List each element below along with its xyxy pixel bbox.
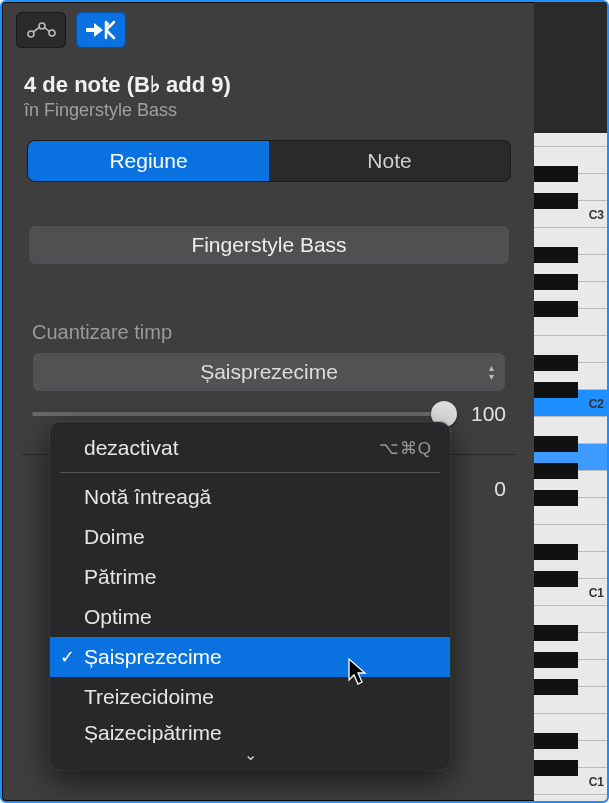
menu-separator bbox=[60, 472, 440, 473]
main-column: 4 de note (B♭ add 9) în Fingerstyle Bass… bbox=[2, 2, 536, 801]
piano-octave-label: C1 bbox=[589, 586, 604, 600]
piano-black-key[interactable] bbox=[534, 760, 578, 776]
quantize-strength-slider[interactable] bbox=[32, 412, 444, 416]
quantize-menu-quarter[interactable]: Pătrime bbox=[50, 557, 450, 597]
piano-black-key[interactable] bbox=[534, 679, 578, 695]
menu-scroll-down-icon[interactable]: ⌄ bbox=[50, 743, 450, 770]
quantize-strength-row: 100 bbox=[2, 392, 536, 426]
piano-black-key[interactable] bbox=[534, 247, 578, 263]
menu-item-label: Optime bbox=[84, 605, 152, 629]
tab-segmented-control: Regiune Note bbox=[2, 129, 536, 181]
piano-white-key[interactable] bbox=[534, 795, 607, 803]
menu-item-label: Șaisprezecime bbox=[84, 645, 222, 669]
tab-region[interactable]: Regiune bbox=[28, 141, 269, 181]
menu-item-label: Pătrime bbox=[84, 565, 156, 589]
piano-black-key[interactable] bbox=[534, 382, 578, 398]
piano-octave-label: C1 bbox=[589, 775, 604, 789]
piano-top-mask bbox=[534, 2, 607, 147]
automation-toggle-button[interactable] bbox=[16, 12, 66, 48]
automation-icon bbox=[26, 21, 56, 39]
piano-octave-label: C3 bbox=[589, 208, 604, 222]
menu-item-label: dezactivat bbox=[84, 436, 179, 460]
piano-black-key[interactable] bbox=[534, 436, 578, 452]
midi-in-icon bbox=[84, 20, 118, 40]
region-name-field[interactable]: Fingerstyle Bass bbox=[28, 225, 510, 265]
region-subtitle: în Fingerstyle Bass bbox=[24, 100, 514, 121]
quantize-label: Cuantizare timp bbox=[2, 265, 536, 352]
piano-ruler[interactable]: C3C2C1C1 bbox=[534, 2, 607, 801]
quantize-menu-sixtyfourth[interactable]: Șaizecipătrime bbox=[50, 717, 450, 743]
svg-point-3 bbox=[105, 22, 109, 26]
region-title: 4 de note (B♭ add 9) bbox=[24, 72, 514, 98]
title-block: 4 de note (B♭ add 9) în Fingerstyle Bass bbox=[2, 48, 536, 129]
quantize-menu-whole[interactable]: Notă întreagă bbox=[50, 477, 450, 517]
inspector-panel: 4 de note (B♭ add 9) în Fingerstyle Bass… bbox=[0, 0, 609, 803]
quantize-menu-eighth[interactable]: Optime bbox=[50, 597, 450, 637]
quantize-current-value: Șaisprezecime bbox=[200, 360, 338, 383]
quantize-strength-value[interactable]: 100 bbox=[456, 402, 506, 426]
quantize-menu-off[interactable]: dezactivat ⌥⌘Q bbox=[50, 428, 450, 468]
quantize-menu-thirtysecond[interactable]: Treizecidoime bbox=[50, 677, 450, 717]
piano-black-key[interactable] bbox=[534, 652, 578, 668]
piano-black-key[interactable] bbox=[534, 733, 578, 749]
piano-black-key[interactable] bbox=[534, 166, 578, 182]
piano-white-key[interactable] bbox=[534, 133, 607, 147]
piano-black-key[interactable] bbox=[534, 193, 578, 209]
transpose-value[interactable]: 0 bbox=[494, 477, 506, 501]
piano-black-key[interactable] bbox=[534, 571, 578, 587]
quantize-dropdown[interactable]: Șaisprezecime ▴▾ bbox=[32, 352, 506, 392]
piano-black-key[interactable] bbox=[534, 301, 578, 317]
piano-black-key[interactable] bbox=[534, 274, 578, 290]
tab-note[interactable]: Note bbox=[269, 141, 510, 181]
checkmark-icon: ✓ bbox=[60, 646, 75, 668]
piano-black-key[interactable] bbox=[534, 355, 578, 371]
piano-black-key[interactable] bbox=[534, 463, 578, 479]
chevron-updown-icon: ▴▾ bbox=[489, 364, 494, 381]
piano-black-key[interactable] bbox=[534, 625, 578, 641]
quantize-menu-popup: dezactivat ⌥⌘Q Notă întreagă Doime Pătri… bbox=[50, 422, 450, 770]
piano-black-key[interactable] bbox=[534, 544, 578, 560]
menu-item-label: Notă întreagă bbox=[84, 485, 211, 509]
menu-item-label: Șaizecipătrime bbox=[84, 721, 222, 743]
quantize-menu-half[interactable]: Doime bbox=[50, 517, 450, 557]
piano-black-key[interactable] bbox=[534, 490, 578, 506]
menu-item-label: Doime bbox=[84, 525, 145, 549]
menu-shortcut: ⌥⌘Q bbox=[379, 438, 432, 459]
piano-octave-label: C2 bbox=[589, 397, 604, 411]
top-toolbar bbox=[2, 2, 536, 48]
midi-in-toggle-button[interactable] bbox=[76, 12, 126, 48]
menu-item-label: Treizecidoime bbox=[84, 685, 214, 709]
quantize-menu-sixteenth[interactable]: ✓ Șaisprezecime bbox=[50, 637, 450, 677]
